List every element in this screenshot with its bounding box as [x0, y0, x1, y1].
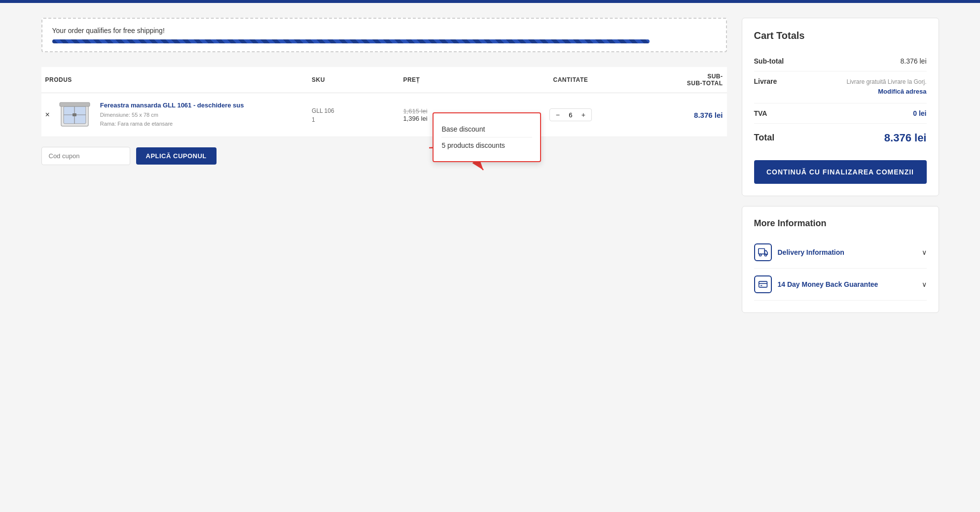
livrare-free: Livrare gratuită	[846, 78, 886, 85]
price-wrapper: 1,615 lei 1,396 lei Base discount 5 prod…	[403, 107, 509, 122]
table-row: ×	[41, 93, 727, 137]
col-header-produs: PRODUS	[41, 67, 308, 93]
svg-point-9	[764, 254, 766, 256]
product-rama: Rama: Fara rama de etansare	[100, 120, 304, 129]
svg-point-8	[759, 254, 761, 256]
apply-coupon-button[interactable]: APLICĂ CUPONUL	[136, 147, 217, 165]
svg-rect-10	[759, 281, 767, 287]
livrare-location: Livrare la Gorj.	[888, 78, 927, 85]
product-cell: ×	[41, 93, 308, 137]
delivery-chevron-icon: ∨	[922, 248, 927, 256]
subtotal-label: Sub-total	[754, 57, 784, 65]
total-value: 8.376 lei	[884, 132, 927, 144]
product-info: Fereastra mansarda GLL 1061 - deschidere…	[100, 102, 304, 128]
coupon-row: APLICĂ CUPONUL	[41, 147, 727, 165]
qty-value: 6	[566, 111, 576, 119]
money-back-icon	[754, 275, 772, 293]
total-row: Total 8.376 lei	[754, 124, 927, 152]
qty-decrease-button[interactable]: −	[554, 111, 562, 119]
delivery-info-label: Delivery Information	[778, 248, 844, 256]
sku-cell: GLL 1061	[308, 93, 399, 137]
more-info-title: More Information	[754, 218, 927, 229]
col-header-sku: SKU	[308, 67, 399, 93]
shipping-banner: Your order qualifies for free shipping!	[41, 18, 727, 52]
checkout-button[interactable]: CONTINUĂ CU FINALIZAREA COMENZII	[754, 160, 927, 184]
cart-totals-box: Cart Totals Sub-total 8.376 lei Livrare …	[742, 18, 939, 196]
money-back-label: 14 Day Money Back Guarantee	[778, 280, 878, 288]
col-header-cantitate: CANTITATE	[513, 67, 628, 93]
coupon-input[interactable]	[41, 147, 130, 165]
remove-button[interactable]: ×	[45, 110, 50, 119]
shipping-progress-bar	[52, 39, 650, 43]
livrare-row: Livrare Livrare gratuită Livrare la Gorj…	[754, 71, 927, 103]
product-image	[58, 100, 92, 130]
money-back-row[interactable]: 14 Day Money Back Guarantee ∨	[754, 269, 927, 301]
product-dimensions: Dimensiune: 55 x 78 cm	[100, 111, 304, 120]
col-header-subtotal: SUB-SUB-TOTAL	[628, 67, 727, 93]
money-back-chevron-icon: ∨	[922, 280, 927, 288]
sku-value: GLL 1061	[312, 107, 334, 123]
delivery-info-row[interactable]: Delivery Information ∨	[754, 237, 927, 269]
subtotal-value: 8.376 lei	[901, 57, 927, 65]
cart-totals-title: Cart Totals	[754, 30, 927, 41]
total-label: Total	[754, 133, 775, 143]
svg-rect-7	[758, 248, 764, 254]
col-header-pret: PREȚ	[399, 67, 513, 93]
qty-increase-button[interactable]: +	[580, 111, 587, 119]
cart-table: PRODUS SKU PREȚ CANTITATE SUB-SUB-TOTAL …	[41, 67, 727, 137]
more-info-box: More Information Delivery Information ∨	[742, 206, 939, 313]
product-name: Fereastra mansarda GLL 1061 - deschidere…	[100, 102, 304, 109]
price-cell: 1,615 lei 1,396 lei Base discount 5 prod…	[399, 93, 513, 137]
delivery-icon	[754, 243, 772, 261]
tva-label: TVA	[754, 109, 767, 117]
right-sidebar: Cart Totals Sub-total 8.376 lei Livrare …	[742, 18, 939, 313]
livrare-value: Livrare gratuită Livrare la Gorj. Modifi…	[846, 77, 926, 97]
svg-rect-4	[60, 102, 90, 106]
main-content: Your order qualifies for free shipping! …	[41, 18, 727, 165]
modify-address-link[interactable]: Modifică adresa	[846, 87, 926, 97]
subtotal-cell: 8.376 lei	[628, 93, 727, 137]
shipping-text: Your order qualifies for free shipping!	[52, 27, 716, 34]
tooltip-item-products: 5 products discounts	[441, 137, 532, 153]
tooltip-item-base: Base discount	[441, 121, 532, 137]
quantity-control[interactable]: − 6 +	[549, 108, 592, 121]
svg-rect-5	[73, 113, 76, 116]
discount-tooltip: Base discount 5 products discounts	[433, 112, 541, 162]
subtotal-price: 8.376 lei	[632, 111, 723, 119]
tva-value: 0 lei	[913, 109, 926, 117]
subtotal-row: Sub-total 8.376 lei	[754, 51, 927, 71]
tva-row: TVA 0 lei	[754, 103, 927, 124]
livrare-label: Livrare	[754, 77, 777, 85]
